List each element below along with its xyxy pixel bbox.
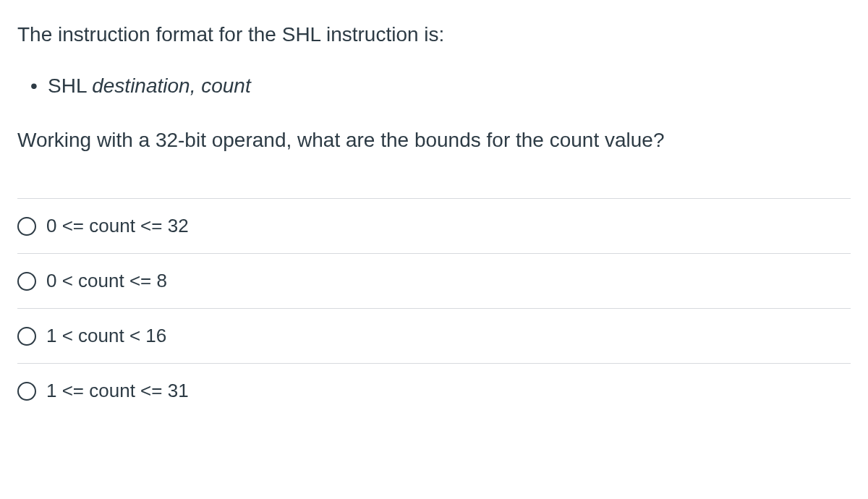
radio-icon <box>17 217 36 236</box>
instruction-format-item: SHL destination, count <box>48 72 851 100</box>
question-prompt: Working with a 32-bit operand, what are … <box>17 126 851 155</box>
option-2[interactable]: 1 < count < 16 <box>17 308 851 363</box>
instruction-format-list: SHL destination, count <box>17 72 851 100</box>
answer-options: 0 <= count <= 32 0 < count <= 8 1 < coun… <box>17 198 851 418</box>
option-3[interactable]: 1 <= count <= 31 <box>17 363 851 418</box>
instruction-operands: destination, count <box>92 74 251 97</box>
option-1[interactable]: 0 < count <= 8 <box>17 253 851 308</box>
option-label: 0 < count <= 8 <box>46 270 167 292</box>
option-label: 0 <= count <= 32 <box>46 215 189 237</box>
option-label: 1 < count < 16 <box>46 325 166 347</box>
instruction-prefix: SHL <box>48 74 92 97</box>
radio-icon <box>17 272 36 291</box>
question-intro: The instruction format for the SHL instr… <box>17 20 851 50</box>
option-label: 1 <= count <= 31 <box>46 380 189 402</box>
radio-icon <box>17 382 36 401</box>
option-0[interactable]: 0 <= count <= 32 <box>17 198 851 253</box>
question-stem: The instruction format for the SHL instr… <box>17 20 851 155</box>
radio-icon <box>17 327 36 346</box>
